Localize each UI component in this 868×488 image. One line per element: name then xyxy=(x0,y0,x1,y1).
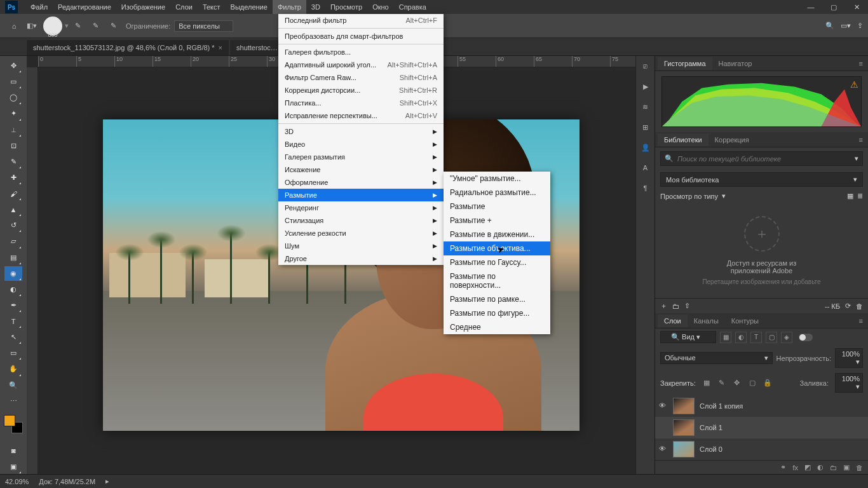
gradient-tool[interactable]: ▤ xyxy=(4,250,22,265)
menu-изображение[interactable]: Изображение xyxy=(116,0,170,14)
filter-pixel-icon[interactable]: ▦ xyxy=(720,332,731,343)
layer-thumbnail[interactable] xyxy=(673,441,695,458)
filter-item[interactable]: Галерея размытия▶ xyxy=(278,151,444,163)
strip-icon-3[interactable]: ≋ xyxy=(639,100,652,113)
type-tool[interactable]: T xyxy=(4,314,22,329)
group-icon[interactable]: 🗀 xyxy=(830,464,837,471)
blur-item[interactable]: Размытие в движении... xyxy=(444,227,550,241)
filter-item[interactable]: Преобразовать для смарт-фильтров xyxy=(278,30,444,43)
library-search-input[interactable] xyxy=(677,155,851,163)
blur-item[interactable]: Размытие по рамке... xyxy=(444,292,550,306)
home-button[interactable]: ⌂ xyxy=(5,17,23,35)
link-layers-icon[interactable]: ⚭ xyxy=(780,463,786,471)
panel-menu-icon[interactable]: ≡ xyxy=(854,317,868,325)
grid-view-icon[interactable]: ▦ xyxy=(847,192,853,200)
list-view-icon[interactable]: ≣ xyxy=(857,192,863,200)
menu-текст[interactable]: Текст xyxy=(198,0,226,14)
search-icon[interactable]: 🔍 xyxy=(825,22,834,30)
zoom-tool[interactable]: 🔍 xyxy=(4,378,22,393)
mask-icon[interactable]: ◩ xyxy=(804,463,811,471)
chevron-down-icon[interactable]: ▾ xyxy=(722,192,726,200)
filter-item[interactable]: Усиление резкости▶ xyxy=(278,227,444,240)
tool-preset-icon[interactable]: ◧▾ xyxy=(24,18,39,34)
brush-icon-3[interactable]: ✎ xyxy=(105,18,121,34)
lock-brush-icon[interactable]: ✎ xyxy=(717,379,726,388)
marquee-tool[interactable]: ▭ xyxy=(4,74,22,89)
layer-name[interactable]: Слой 1 копия xyxy=(700,402,743,410)
blur-item[interactable]: Размытие по фигуре... xyxy=(444,306,550,320)
filter-item[interactable]: Искажение▶ xyxy=(278,163,444,176)
filter-type-icon[interactable]: T xyxy=(750,332,762,343)
menu-фильтр[interactable]: Фильтр xyxy=(273,0,306,14)
blur-item[interactable]: Размытие по поверхности... xyxy=(444,269,550,292)
healing-tool[interactable]: ✚ xyxy=(4,170,22,185)
close-button[interactable]: ✕ xyxy=(845,0,868,14)
layer-row[interactable]: Слой 1 xyxy=(655,417,868,438)
minimize-button[interactable]: ― xyxy=(799,0,822,14)
warning-icon[interactable]: ⚠ xyxy=(850,79,858,90)
brush-icon-2[interactable]: ✎ xyxy=(88,18,103,34)
new-layer-icon[interactable]: ▣ xyxy=(843,463,850,471)
shape-tool[interactable]: ▭ xyxy=(4,346,22,360)
menu-окно[interactable]: Окно xyxy=(367,0,394,14)
delete-layer-icon[interactable]: 🗑 xyxy=(856,464,863,471)
menu-редактирование[interactable]: Редактирование xyxy=(53,0,116,14)
foreground-color[interactable] xyxy=(4,415,15,426)
lock-artboard-icon[interactable]: ▢ xyxy=(748,379,757,388)
move-tool[interactable]: ✥ xyxy=(4,58,22,73)
tab-layers[interactable]: Слои xyxy=(658,315,688,327)
visibility-icon[interactable]: 👁 xyxy=(659,445,668,454)
filter-item[interactable]: Размытие▶ xyxy=(278,189,444,201)
blur-item[interactable]: "Умное" размытие... xyxy=(444,172,550,186)
crop-tool[interactable]: ⟂ xyxy=(4,123,22,137)
filter-item[interactable]: Видео▶ xyxy=(278,138,444,151)
strip-icon-1[interactable]: ⎚ xyxy=(639,60,652,72)
blur-item[interactable]: Размытие объектива... xyxy=(444,241,550,255)
layer-row[interactable]: 👁Слой 0 xyxy=(655,438,868,460)
frame-tool[interactable]: ⊡ xyxy=(4,139,22,153)
upload-icon[interactable]: ⇧ xyxy=(684,302,690,310)
restrict-select[interactable]: Все пикселы xyxy=(174,20,233,32)
filter-item[interactable]: Адаптивный широкий угол...Alt+Shift+Ctrl… xyxy=(278,58,444,71)
lock-pixels-icon[interactable]: ▦ xyxy=(702,379,711,388)
layer-thumbnail[interactable] xyxy=(673,398,695,414)
trash-icon[interactable]: 🗑 xyxy=(856,302,863,310)
color-swatches[interactable] xyxy=(4,415,23,433)
hand-tool[interactable]: ✋ xyxy=(4,362,22,376)
filter-adjust-icon[interactable]: ◐ xyxy=(735,332,747,343)
share-icon[interactable]: ⇪ xyxy=(857,22,863,30)
add-icon[interactable]: ＋ xyxy=(660,301,667,311)
fx-icon[interactable]: fx xyxy=(792,464,798,471)
filter-shape-icon[interactable]: ▢ xyxy=(766,332,777,343)
filter-item[interactable]: Коррекция дисторсии...Shift+Ctrl+R xyxy=(278,84,444,97)
filter-item[interactable]: Пластика...Shift+Ctrl+X xyxy=(278,97,444,109)
layer-filter-select[interactable]: 🔍 Вид ▾ xyxy=(660,331,716,343)
strip-icon-6[interactable]: A xyxy=(639,161,652,174)
filter-item[interactable]: Стилизация▶ xyxy=(278,214,444,227)
menu-3d[interactable]: 3D xyxy=(306,0,325,14)
filter-smart-icon[interactable]: ◈ xyxy=(781,332,792,343)
tab-histogram[interactable]: Гистограмма xyxy=(658,57,712,70)
tab-correction[interactable]: Коррекция xyxy=(709,133,756,146)
blur-item[interactable]: Радиальное размытие... xyxy=(444,186,550,200)
menu-выделение[interactable]: Выделение xyxy=(226,0,273,14)
tab-libraries[interactable]: Библиотеки xyxy=(658,133,709,146)
doctab-0[interactable]: shutterstock_1130573132.jpg @ 48,6% (Сло… xyxy=(27,40,229,55)
edit-toolbar[interactable]: ⋯ xyxy=(4,394,22,409)
folder-icon[interactable]: 🗀 xyxy=(672,302,679,310)
filter-item[interactable]: 3D▶ xyxy=(278,125,444,138)
adjustment-icon[interactable]: ◐ xyxy=(817,463,824,471)
blend-mode-select[interactable]: Обычные▾ xyxy=(660,352,773,364)
zoom-level[interactable]: 42.09% xyxy=(5,478,29,485)
visibility-icon[interactable] xyxy=(659,423,668,432)
layer-name[interactable]: Слой 0 xyxy=(700,445,722,453)
workspace-icon[interactable]: ▭▾ xyxy=(841,22,851,30)
menu-файл[interactable]: Файл xyxy=(25,0,53,14)
sync-icon[interactable]: ⟳ xyxy=(845,302,851,310)
layer-thumbnail[interactable] xyxy=(673,419,695,436)
tab-paths[interactable]: Контуры xyxy=(725,315,765,327)
filter-item[interactable]: Исправление перспективы...Alt+Ctrl+V xyxy=(278,109,444,122)
strip-icon-5[interactable]: 👤 xyxy=(639,141,652,154)
visibility-icon[interactable]: 👁 xyxy=(659,402,668,410)
quickmask-tool[interactable]: ◙ xyxy=(4,444,22,458)
